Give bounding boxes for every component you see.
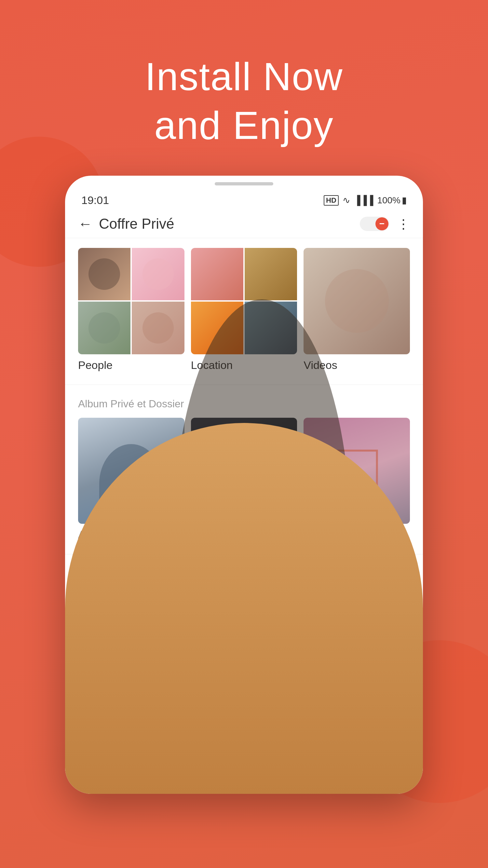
signal-icon: ▐▐▐ bbox=[354, 195, 373, 206]
toggle-dot bbox=[375, 217, 389, 230]
phone-handle bbox=[215, 182, 273, 185]
people-img-1 bbox=[78, 248, 130, 300]
people-images bbox=[78, 248, 184, 354]
hd-badge: HD bbox=[324, 195, 339, 206]
toggle-button[interactable] bbox=[360, 217, 389, 231]
status-icons: HD ∿ ▐▐▐ 100% ▮ bbox=[324, 195, 407, 206]
category-people-label: People bbox=[78, 359, 184, 372]
people-img-2 bbox=[132, 248, 184, 300]
header-section: Install Now and Enjoy bbox=[145, 52, 343, 150]
privacy-grid bbox=[78, 587, 410, 731]
category-people[interactable]: People bbox=[78, 248, 184, 372]
videos-img-1 bbox=[304, 248, 410, 354]
videos-images bbox=[304, 248, 410, 354]
wifi-icon: ∿ bbox=[342, 195, 350, 206]
battery-percent: 100% bbox=[377, 195, 400, 206]
status-bar: 19:01 HD ∿ ▐▐▐ 100% ▮ bbox=[65, 189, 423, 210]
more-options-icon[interactable]: ⋮ bbox=[397, 216, 410, 231]
location-img-1 bbox=[191, 248, 243, 300]
category-videos[interactable]: Videos bbox=[304, 248, 410, 372]
back-button[interactable]: ← bbox=[78, 216, 92, 232]
install-line2: and Enjoy bbox=[154, 103, 334, 147]
privacy-section: Privacy albums & folders bbox=[65, 561, 423, 737]
location-img-2 bbox=[245, 248, 297, 300]
app-title: Coffre Privé bbox=[99, 216, 360, 232]
battery-display: 100% ▮ bbox=[377, 195, 407, 206]
people-img-3 bbox=[78, 302, 130, 354]
dunes bbox=[228, 587, 371, 731]
phone-mockup: 19:01 HD ∿ ▐▐▐ 100% ▮ ← Coffre Privé ⋮ bbox=[65, 176, 423, 794]
people-img-4 bbox=[132, 302, 184, 354]
battery-icon: ▮ bbox=[402, 195, 407, 206]
privacy-item-2[interactable] bbox=[228, 587, 371, 731]
privacy-thumb-2 bbox=[228, 587, 371, 731]
status-time: 19:01 bbox=[81, 194, 109, 207]
install-line1: Install Now bbox=[145, 55, 343, 98]
install-title: Install Now and Enjoy bbox=[145, 52, 343, 150]
app-bar: ← Coffre Privé ⋮ bbox=[65, 210, 423, 238]
